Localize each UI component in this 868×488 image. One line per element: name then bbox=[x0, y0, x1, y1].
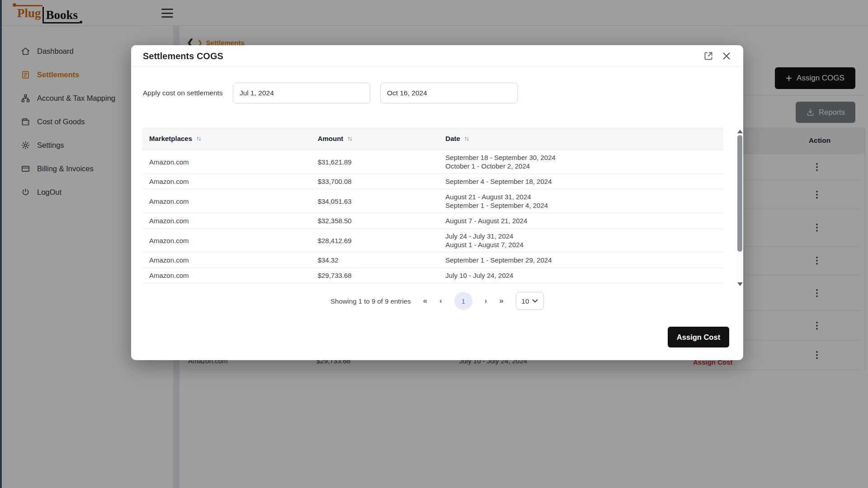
table-row[interactable]: Amazon.com$34,051.63August 21 - August 3… bbox=[142, 189, 723, 213]
column-header-date: Date ↑↓ bbox=[439, 135, 723, 142]
table-row[interactable]: Amazon.com$34.32September 1 - September … bbox=[142, 253, 723, 268]
date-to-input[interactable] bbox=[380, 83, 518, 103]
cell-marketplace: Amazon.com bbox=[142, 256, 311, 264]
table-row[interactable]: Amazon.com$28,412.69July 24 - July 31, 2… bbox=[142, 229, 723, 253]
cell-amount: $31,621.89 bbox=[311, 158, 439, 166]
cell-amount: $29,733.68 bbox=[311, 271, 439, 280]
page-size-select[interactable]: 10 bbox=[516, 292, 544, 310]
cell-marketplace: Amazon.com bbox=[142, 158, 311, 166]
cell-marketplace: Amazon.com bbox=[142, 216, 311, 225]
sort-icon[interactable]: ↑↓ bbox=[347, 135, 352, 142]
expand-modal-icon[interactable] bbox=[703, 50, 714, 62]
apply-cost-label: Apply cost on settlements bbox=[143, 83, 223, 103]
cell-marketplace: Amazon.com bbox=[142, 197, 311, 206]
cell-marketplace: Amazon.com bbox=[142, 177, 311, 186]
table-row[interactable]: Amazon.com$31,621.89September 18 - Septe… bbox=[142, 150, 723, 174]
pagination-last-button[interactable]: » bbox=[499, 296, 503, 305]
cell-amount: $34,051.63 bbox=[311, 197, 439, 206]
cell-date: September 18 - September 30, 2024October… bbox=[439, 153, 723, 170]
pagination-next-button[interactable]: › bbox=[485, 296, 487, 305]
cell-amount: $34.32 bbox=[311, 256, 439, 264]
cell-date: August 7 - August 21, 2024 bbox=[439, 216, 723, 225]
table-scrollbar[interactable] bbox=[736, 128, 743, 287]
sort-icon[interactable]: ↑↓ bbox=[196, 135, 201, 142]
scrollbar-thumb[interactable] bbox=[737, 135, 742, 252]
cell-amount: $32,358.50 bbox=[311, 216, 439, 225]
table-header-row: Marketplaces ↑↓ Amount ↑↓ Date ↑↓ bbox=[142, 127, 723, 150]
modal-header: Settlements COGS bbox=[131, 45, 743, 67]
chevron-down-icon bbox=[532, 299, 538, 303]
cell-date: July 10 - July 24, 2024 bbox=[439, 271, 723, 280]
table-row[interactable]: Amazon.com$29,733.68July 10 - July 24, 2… bbox=[142, 268, 723, 283]
settlements-cogs-modal: Settlements COGS Apply cost on settlemen… bbox=[131, 45, 743, 360]
pagination-summary: Showing 1 to 9 of 9 entries bbox=[330, 297, 411, 305]
cell-marketplace: Amazon.com bbox=[142, 271, 311, 280]
column-header-marketplaces: Marketplaces ↑↓ bbox=[142, 135, 311, 142]
sort-icon[interactable]: ↑↓ bbox=[464, 135, 469, 142]
cell-marketplace: Amazon.com bbox=[142, 236, 311, 245]
table-row[interactable]: Amazon.com$32,358.50August 7 - August 21… bbox=[142, 213, 723, 229]
settlements-table: Marketplaces ↑↓ Amount ↑↓ Date ↑↓ Amazon… bbox=[142, 127, 723, 288]
close-modal-icon[interactable] bbox=[721, 50, 732, 62]
cell-date: September 1 - September 29, 2024 bbox=[439, 256, 723, 264]
column-header-amount: Amount ↑↓ bbox=[311, 135, 439, 142]
assign-cost-button[interactable]: Assign Cost bbox=[668, 327, 729, 347]
pagination-current-page[interactable]: 1 bbox=[454, 292, 472, 310]
cell-date: July 24 - July 31, 2024August 1 - August… bbox=[439, 232, 723, 249]
scroll-up-arrow-icon[interactable] bbox=[737, 130, 743, 133]
pagination: Showing 1 to 9 of 9 entries « ‹ 1 › » 10 bbox=[131, 291, 743, 311]
table-body: Amazon.com$31,621.89September 18 - Septe… bbox=[142, 150, 723, 283]
cell-date: August 21 - August 31, 2024September 1 -… bbox=[439, 192, 723, 210]
cell-amount: $28,412.69 bbox=[311, 236, 439, 245]
modal-title: Settlements COGS bbox=[143, 45, 223, 67]
scroll-down-arrow-icon[interactable] bbox=[737, 282, 743, 286]
pagination-prev-button[interactable]: ‹ bbox=[439, 296, 442, 305]
pagination-first-button[interactable]: « bbox=[423, 296, 427, 305]
cell-amount: $33,700.08 bbox=[311, 177, 439, 186]
table-row[interactable]: Amazon.com$33,700.08September 4 - Septem… bbox=[142, 174, 723, 189]
cell-date: September 4 - September 18, 2024 bbox=[439, 177, 723, 186]
date-from-input[interactable] bbox=[233, 83, 370, 103]
